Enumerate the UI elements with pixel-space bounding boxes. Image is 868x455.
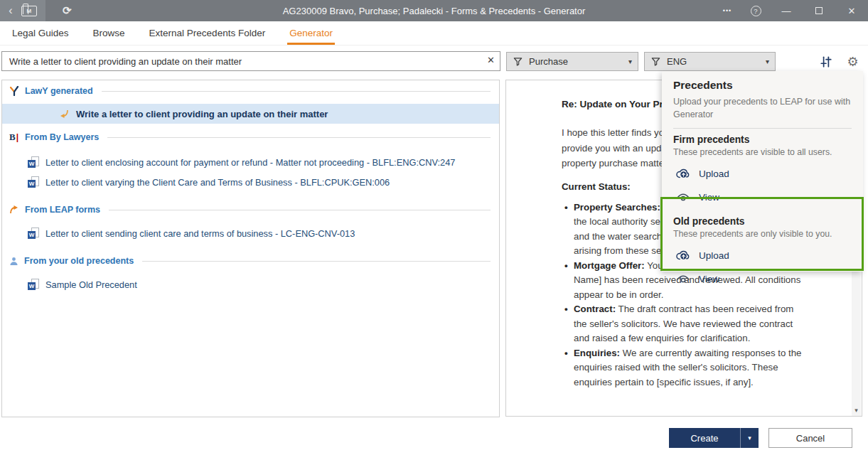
eye-icon	[676, 274, 690, 284]
section-label: LawY generated	[25, 86, 93, 96]
person-icon	[9, 257, 18, 266]
search-input[interactable]	[1, 51, 500, 71]
list-item[interactable]: W Sample Old Precedent	[2, 274, 499, 294]
cancel-button[interactable]: Cancel	[768, 428, 852, 448]
menu-description: Upload your precedents to LEAP for use w…	[673, 95, 851, 121]
folder-tab	[23, 4, 28, 14]
section-from-by-lawyers: B| From By Lawyers	[2, 131, 499, 144]
section-rule	[109, 210, 491, 210]
letter-bullet: Contract: The draft contract has been re…	[574, 302, 805, 346]
group-description: These precedents are only visible to you…	[673, 229, 852, 239]
section-rule	[107, 137, 491, 138]
refresh-icon[interactable]: ⟳	[63, 4, 72, 17]
help-glyph: ?	[751, 6, 761, 16]
tab-bar: Legal Guides Browse External Precedents …	[0, 21, 868, 46]
section-label: From your old precedents	[24, 256, 134, 266]
section-from-leap-forms: From LEAP forms	[2, 203, 499, 216]
funnel-icon	[513, 56, 523, 67]
funnel-icon	[650, 56, 661, 67]
maximize-button[interactable]	[803, 0, 835, 21]
section-rule	[142, 261, 491, 262]
action-label: View	[699, 192, 719, 203]
clear-search-icon[interactable]: ✕	[487, 55, 495, 65]
eye-icon	[676, 193, 690, 202]
titlebar-controls: ••• ? — ✕	[713, 0, 868, 21]
tab-browse[interactable]: Browse	[91, 22, 127, 45]
title-bar: ‹ M ⟳ AG230009 Bravo, Purchase; Padaleck…	[0, 0, 868, 21]
word-document-icon: W	[28, 156, 39, 168]
list-item[interactable]: W Letter to client varying the Client Ca…	[2, 172, 499, 192]
region-filter-dropdown[interactable]: ENG ▾	[644, 52, 776, 71]
old-upload-button[interactable]: Upload	[676, 248, 852, 262]
menu-divider	[673, 128, 852, 129]
section-from-your-old-precedents: From your old precedents	[2, 255, 499, 267]
list-item-label: Sample Old Precedent	[45, 279, 137, 290]
section-label: From LEAP forms	[25, 205, 100, 215]
word-document-icon: W	[28, 279, 39, 291]
list-item-label: Letter to client enclosing account for p…	[45, 157, 455, 168]
list-item[interactable]: W Letter to client sending client care a…	[2, 223, 499, 243]
bullet-label: Property Searches:	[574, 202, 660, 213]
tab-external-precedents-folder[interactable]: External Precedents Folder	[147, 22, 268, 45]
filter-settings-icon[interactable]	[818, 54, 833, 69]
menu-group-firm-precedents: Firm precedents These precedents are vis…	[673, 134, 852, 204]
old-view-button[interactable]: View	[676, 272, 852, 286]
section-rule	[102, 91, 491, 92]
results-panel: LawY generated Write a letter to client …	[1, 80, 500, 417]
bullet-label: Enquiries:	[574, 348, 620, 358]
precedents-menu: Precedents Upload your precedents to LEA…	[662, 71, 863, 272]
action-label: View	[699, 274, 719, 284]
menu-title: Precedents	[673, 79, 852, 92]
list-item-label: Letter to client varying the Client Care…	[45, 177, 390, 188]
search-box: ✕	[1, 51, 500, 71]
firm-view-button[interactable]: View	[676, 190, 852, 204]
by-lawyers-logo-icon: B|	[9, 132, 19, 143]
back-button[interactable]: ‹	[9, 5, 12, 16]
action-label: Upload	[699, 168, 729, 179]
minimize-button[interactable]: —	[770, 0, 803, 21]
chevron-down-icon: ▾	[766, 58, 769, 65]
firm-upload-button[interactable]: Upload	[676, 166, 852, 181]
help-icon[interactable]: ?	[741, 6, 770, 16]
letter-bullet: Enquiries: We are currently awaiting res…	[574, 346, 805, 390]
matter-type-filter-value: Purchase	[529, 56, 568, 67]
cloud-upload-icon	[676, 250, 690, 260]
create-dropdown-arrow[interactable]: ▾	[740, 428, 759, 448]
word-document-icon: W	[28, 176, 39, 188]
cloud-upload-icon	[676, 168, 690, 178]
section-lawy-generated: LawY generated	[2, 85, 499, 97]
matter-folder-icon[interactable]: M	[21, 6, 37, 16]
lawy-logo-icon	[9, 86, 19, 96]
list-item-label: Letter to client sending client care and…	[45, 228, 355, 239]
more-options-icon[interactable]: •••	[713, 7, 741, 14]
section-label: From By Lawyers	[25, 132, 99, 142]
generated-arrow-icon	[59, 109, 69, 119]
scroll-down-icon[interactable]: ▾	[852, 407, 861, 414]
tab-legal-guides[interactable]: Legal Guides	[10, 22, 71, 45]
region-filter-value: ENG	[667, 56, 687, 67]
word-document-icon: W	[28, 228, 39, 240]
action-label: Upload	[699, 250, 729, 261]
close-button[interactable]: ✕	[835, 0, 868, 21]
bullet-label: Mortgage Offer:	[574, 260, 645, 271]
list-item[interactable]: W Letter to client enclosing account for…	[2, 152, 499, 172]
bullet-label: Contract:	[574, 304, 616, 314]
list-item-selected[interactable]: Write a letter to client providing an up…	[2, 104, 499, 124]
list-item-label: Write a letter to client providing an up…	[76, 109, 328, 119]
tab-generator[interactable]: Generator	[287, 22, 335, 45]
titlebar-left-group: ‹ M	[0, 0, 45, 21]
create-button[interactable]: Create	[669, 428, 740, 448]
group-title: Firm precedents	[673, 134, 852, 145]
menu-group-old-precedents: Old precedents These precedents are only…	[673, 216, 852, 286]
maximize-glyph	[815, 7, 823, 14]
chevron-down-icon: ▾	[628, 58, 632, 65]
group-description: These precedents are visible to all user…	[673, 147, 852, 157]
gear-icon[interactable]: ⚙	[845, 54, 860, 69]
matter-type-filter-dropdown[interactable]: Purchase ▾	[506, 52, 638, 71]
create-split-button: Create ▾	[669, 428, 759, 448]
leap-forms-arrow-icon	[9, 205, 19, 215]
group-title: Old precedents	[673, 216, 852, 227]
